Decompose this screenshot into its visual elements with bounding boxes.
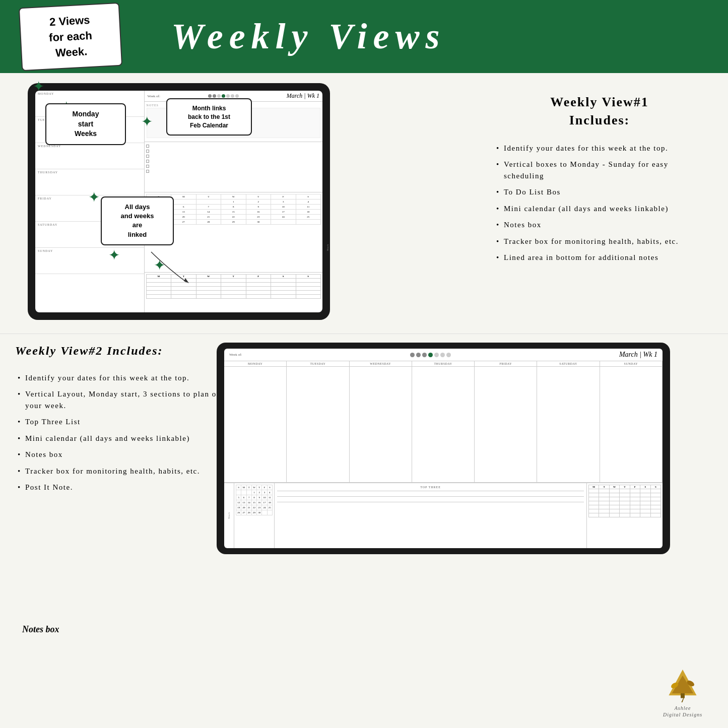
sticky-note-top: 2 Views for each Week. — [19, 3, 122, 72]
t2-cell-fri — [475, 367, 537, 483]
t2-col-sat: SATURDAY — [537, 361, 600, 366]
check-item-4 — [146, 159, 321, 164]
callout-all-linked: All daysand weeksarelinked — [101, 196, 174, 245]
view1-bullet-7: Lined area in bottom for additional note… — [494, 249, 705, 266]
callout-monday-start: MondaystartWeeks — [45, 103, 126, 145]
day-label-sunday: SUNDAY — [38, 249, 142, 252]
star-icon-1: ✦ — [33, 78, 44, 95]
header-banner: 2 Views for each Week. Weekly Views — [0, 0, 728, 73]
t2-week-label: Week of: — [229, 353, 242, 357]
top-three-lines — [277, 491, 584, 546]
view1-info: Weekly View#1 Includes: Identify your da… — [494, 93, 705, 266]
top-three-label: TOP THREE — [277, 486, 584, 489]
sticky-line2: for each — [49, 29, 93, 44]
t2-icon-1 — [410, 353, 415, 357]
star-icon-6: ✦ — [108, 247, 120, 263]
t2-tracker: MTWTFSS — [587, 483, 663, 548]
t2-bottom-row: March SMTWTFS 1234 567891 — [224, 483, 663, 548]
t2-col-sun: SUNDAY — [600, 361, 663, 366]
t2-icon-7 — [446, 353, 451, 357]
view2-info: Weekly View#2 Includes: Identify your da… — [15, 343, 237, 496]
tablet-2-container: Week of: March | Wk 1 MONDAY T — [217, 343, 670, 554]
cal-th-t2: T — [246, 194, 271, 200]
view1-bullet-6: Tracker box for monitoring health, habit… — [494, 233, 705, 250]
callout-month-links: Month linksback to the 1stFeb Calendar — [166, 98, 252, 136]
check-item-5 — [146, 164, 321, 169]
star-icon-7: ✦ — [154, 257, 165, 274]
tracker-table: MTWTFSS — [146, 274, 321, 299]
t2-icon-5 — [434, 353, 439, 357]
t2-month-vert-label: March — [228, 512, 230, 519]
top-line-2 — [277, 496, 584, 497]
view2-bullet-5: Notes box — [15, 446, 237, 463]
t2-icon-3 — [422, 353, 427, 357]
top-line-1 — [277, 491, 584, 491]
tablet-device-2: Week of: March | Wk 1 MONDAY T — [217, 343, 670, 554]
day-label-wednesday: WEDNESDAY — [38, 145, 142, 148]
check-item-3 — [146, 154, 321, 159]
t2-month-vert: March — [224, 483, 234, 548]
view1-bullet-2: Vertical boxes to Monday - Sunday for ea… — [494, 156, 705, 184]
view1-bullet-3: To Do List Bos — [494, 184, 705, 201]
month-label: March | Wk 1 — [287, 92, 319, 100]
t2-col-tue: TUESDAY — [287, 361, 349, 366]
t2-icon-2 — [416, 353, 421, 357]
t2-icon-4 — [428, 353, 433, 357]
view2-bullet-2: Vertical Layout, Monday start, 3 section… — [15, 386, 237, 414]
page-title: Weekly Views — [171, 16, 446, 57]
cal-th-s2: S — [296, 194, 320, 200]
cal-th-m: M — [171, 194, 196, 200]
t2-cell-thu — [412, 367, 475, 483]
t2-cell-wed — [350, 367, 412, 483]
brand-number: 7 — [681, 694, 685, 705]
t2-top-three: TOP THREE — [275, 483, 587, 548]
t2-col-thu: THURSDAY — [412, 361, 475, 366]
t2-tracker-table: MTWTFSS — [588, 485, 661, 517]
t2-cell-sun — [600, 367, 663, 483]
view1-bullet-5: Notes box — [494, 217, 705, 233]
checklist-area — [145, 142, 322, 192]
cal-th-w: W — [221, 194, 246, 200]
day-label-monday: MONDAY — [38, 92, 142, 95]
week-of-label: Week of: — [148, 94, 160, 98]
view1-bullet-list: Identify your dates for this week at the… — [494, 140, 705, 266]
t2-days-header: MONDAY TUESDAY WEDNESDAY THURSDAY FRIDAY… — [224, 361, 663, 367]
view1-title-line1: Weekly View#1 — [550, 95, 649, 109]
t2-cal-table: SMTWTFS 1234 567891011 12131415161718 19… — [236, 485, 273, 515]
day-sunday: SUNDAY — [35, 248, 144, 274]
sticky-line1: 2 Views — [49, 14, 91, 28]
star-icon-3: ✦ — [141, 113, 153, 130]
check-item-1 — [146, 144, 321, 149]
t2-header: Week of: March | Wk 1 — [224, 349, 663, 361]
notes-box-label: Notes box — [22, 624, 59, 635]
t2-icons — [410, 353, 451, 357]
t2-mini-calendar: SMTWTFS 1234 567891011 12131415161718 19… — [234, 483, 275, 548]
t2-cell-mon — [224, 367, 287, 483]
view1-title-line2: Includes: — [569, 113, 630, 127]
view2-bullet-4: Mini calendar (all days and weeks linkab… — [15, 430, 237, 447]
brand-name: Ashlee Digital Designs — [663, 705, 702, 718]
t2-cell-tue — [287, 367, 349, 483]
t2-col-fri: FRIDAY — [475, 361, 537, 366]
t2-month-label: March | Wk 1 — [619, 351, 657, 359]
view2-bullet-6: Tracker box for monitoring health, habit… — [15, 463, 237, 480]
t2-col-wed: WEDNESDAY — [350, 361, 412, 366]
sticky-line3: Week. — [55, 45, 87, 59]
top-line-3 — [277, 502, 584, 502]
view2-title: Weekly View#2 Includes: — [15, 343, 237, 360]
t2-col-mon: MONDAY — [224, 361, 287, 366]
view1-title: Weekly View#1 Includes: — [494, 93, 705, 130]
t2-days-body — [224, 367, 663, 483]
cal-th-t1: T — [196, 194, 221, 200]
view2-bullet-3: Top Three List — [15, 414, 237, 430]
view2-bullet-1: Identify your dates for this week at the… — [15, 370, 237, 386]
tablet-screen-2: Week of: March | Wk 1 MONDAY T — [224, 349, 663, 548]
check-item-6 — [146, 169, 321, 174]
cal-th-f: F — [271, 194, 296, 200]
view2-bullet-list: Identify your dates for this week at the… — [15, 370, 237, 496]
brand-logo: 7 Ashlee Digital Designs — [652, 668, 713, 718]
tracker-area: MTWTFSS — [145, 272, 322, 312]
star-icon-5: ✦ — [88, 189, 100, 206]
day-label-thursday: THURSDAY — [38, 171, 142, 174]
t2-icon-6 — [440, 353, 445, 357]
